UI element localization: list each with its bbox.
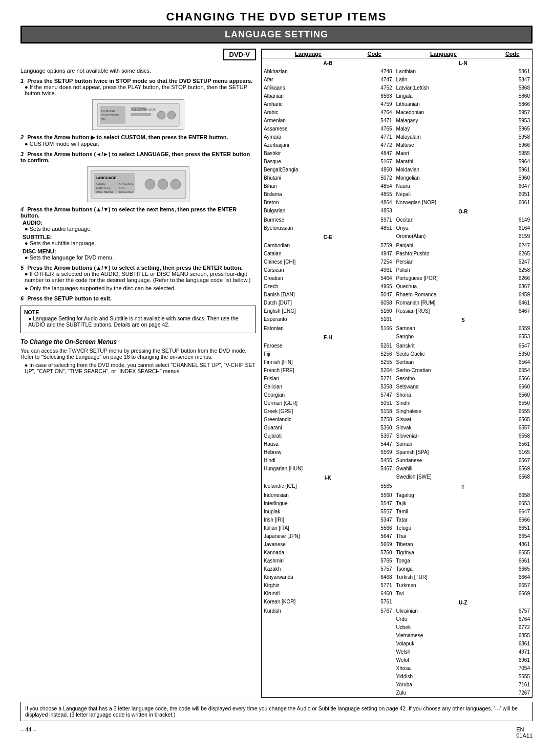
step-6-num: 6 <box>20 295 24 301</box>
lang-code-right: 5847 <box>493 76 532 84</box>
lang-code-right: 6855 <box>493 632 532 640</box>
lang-code-right: 6554 <box>493 366 532 375</box>
lang-name-right: Volapuk <box>394 640 493 648</box>
lang-name-right: Ukrainian <box>394 607 493 615</box>
svg-point-21 <box>171 179 181 189</box>
lang-name-right: Welsh <box>394 648 493 656</box>
lang-name-left: Finnish [FIN] <box>262 358 355 366</box>
lang-name-left: Greenlandic <box>262 416 355 424</box>
lang-code-left: 5367 <box>355 432 394 440</box>
lang-code-left: 4854 <box>355 182 394 190</box>
lang-name-left: Afar <box>262 76 355 84</box>
lang-name-left: Estonian <box>262 325 355 333</box>
lang-code-left: 4771 <box>355 133 394 141</box>
lang-name-right: Twi <box>394 590 493 598</box>
lang-name-right: Setswana <box>394 383 493 391</box>
lang-code-right: 6564 <box>493 358 532 366</box>
step-1: 1 Press the SETUP button twice in STOP m… <box>20 78 256 130</box>
lang-code-left: 5761 <box>355 598 394 607</box>
lang-name-right: Malagasy <box>394 117 493 125</box>
lang-code-right: 7161 <box>493 681 532 689</box>
lang-name-left: Bhutani <box>262 174 355 182</box>
lang-name-left: Assamese <box>262 125 355 133</box>
lang-name-right: Latin <box>394 76 493 84</box>
right-section-header: T <box>394 482 532 491</box>
lang-name-right: Sesotho <box>394 375 493 383</box>
lang-name-right: Occitan <box>394 216 493 224</box>
lang-name-right: Scots Gaelic <box>394 350 493 358</box>
lang-code-right: 6664 <box>493 573 532 581</box>
lang-code-right: 5655 <box>493 673 532 681</box>
lang-code-right: 5860 <box>493 92 532 100</box>
lang-code-right: 6555 <box>493 407 532 416</box>
lang-code-right: 5861 <box>493 68 532 76</box>
col-header-code-1: Code <box>355 50 394 58</box>
lang-code-left: 4764 <box>355 109 394 117</box>
lang-code-right: 5868 <box>493 84 532 92</box>
lang-code-right: 6459 <box>493 291 532 299</box>
lang-name-left: Kannada <box>262 549 355 557</box>
step-5: 5 Press the Arrow buttons (▲/▼) to selec… <box>20 265 256 291</box>
col-header-language-1: Language <box>262 50 355 58</box>
step-5-bullet-1: If OTHER is selected on the AUDIO, SUBTI… <box>25 271 256 283</box>
lang-name-right: Sindhi <box>394 399 493 407</box>
lang-code-right: 5966 <box>493 141 532 149</box>
step-5-bullet-2: Only the languages supported by the disc… <box>25 285 256 291</box>
lang-name-left: Arabic <box>262 109 355 117</box>
lang-code-left: 5647 <box>355 532 394 541</box>
step-1-text: Press the SETUP button twice in STOP mod… <box>27 78 252 84</box>
dvd-badge: DVD-V <box>223 49 256 60</box>
lang-name-left: Chinese [CHI] <box>262 258 355 266</box>
lang-name-right: Tajik <box>394 500 493 508</box>
lang-name-right: Urdu <box>394 615 493 623</box>
lang-code-right: 6467 <box>493 307 532 315</box>
lang-code-left: 4759 <box>355 100 394 109</box>
lang-name-right: Lingala <box>394 92 493 100</box>
lang-code-left: 5771 <box>355 581 394 590</box>
svg-rect-3 <box>131 113 151 116</box>
audio-desc: Sets the audio language. <box>25 226 256 232</box>
svg-text:LANGUAGE: LANGUAGE <box>96 176 116 180</box>
intro-text: Language options are not available with … <box>20 68 256 74</box>
lang-name-left: Byelorussian <box>262 224 355 232</box>
lang-name-right: Portuguese [POR] <box>394 274 493 283</box>
lang-code-left: 5765 <box>355 557 394 565</box>
page-footer: – 44 – EN01A11 <box>20 726 533 739</box>
lang-name-left: Korean [KOR] <box>262 598 355 607</box>
lang-name-right: Sanskrit <box>394 342 493 350</box>
lang-code-right: 6565 <box>493 416 532 424</box>
lang-name-right: Nauru <box>394 182 493 190</box>
lang-name-right: Malayalam <box>394 133 493 141</box>
lang-name-right: Tigrinya <box>394 549 493 557</box>
device-illustration-2: LANGUAGE AUDIO SUBTITLE DISC MENU ORIGIN… <box>87 166 189 202</box>
lang-code-left: 5758 <box>355 416 394 424</box>
lang-code-right: 6367 <box>493 283 532 291</box>
lang-name-left: Kazakh <box>262 565 355 573</box>
lang-name-left: Greek [GRE] <box>262 407 355 416</box>
lang-name-right: Turkish [TUR] <box>394 573 493 581</box>
lang-name-right: Siswat <box>394 416 493 424</box>
lang-code-left: 5167 <box>355 158 394 166</box>
lang-code-right: 6547 <box>493 342 532 350</box>
language-table-container: Language Code Language Code A-BL-NAbkhaz… <box>261 49 533 698</box>
lang-name-right: Sangho <box>394 333 493 342</box>
lang-code-right: 6159 <box>493 232 532 242</box>
lang-code-left: 5161 <box>355 315 394 325</box>
lang-name-left: Cambodian <box>262 242 355 250</box>
lang-code-left: 6058 <box>355 299 394 307</box>
page-id: EN01A11 <box>516 726 533 739</box>
lang-name-left: English [ENG] <box>262 307 355 315</box>
lang-name-right: Swahili <box>394 465 493 473</box>
svg-text:4:3 LETTER BOX: 4:3 LETTER BOX <box>132 108 156 111</box>
lang-name-right: Yoruba <box>394 681 493 689</box>
svg-point-20 <box>158 179 168 189</box>
lang-name-right: Moldavian <box>394 166 493 174</box>
onscreen-bullet: In case of selecting from the DVD mode, … <box>25 362 256 374</box>
lang-code-left: 5557 <box>355 508 394 516</box>
lang-code-left: 5747 <box>355 391 394 399</box>
lang-name-left: Kashmiri <box>262 557 355 565</box>
lang-code-left: 4965 <box>355 283 394 291</box>
lang-name-right: Maori <box>394 149 493 158</box>
lang-name-left: Afrikaans <box>262 84 355 92</box>
step-4-text: Press the Arrow buttons (▲/▼) to select … <box>20 206 237 219</box>
